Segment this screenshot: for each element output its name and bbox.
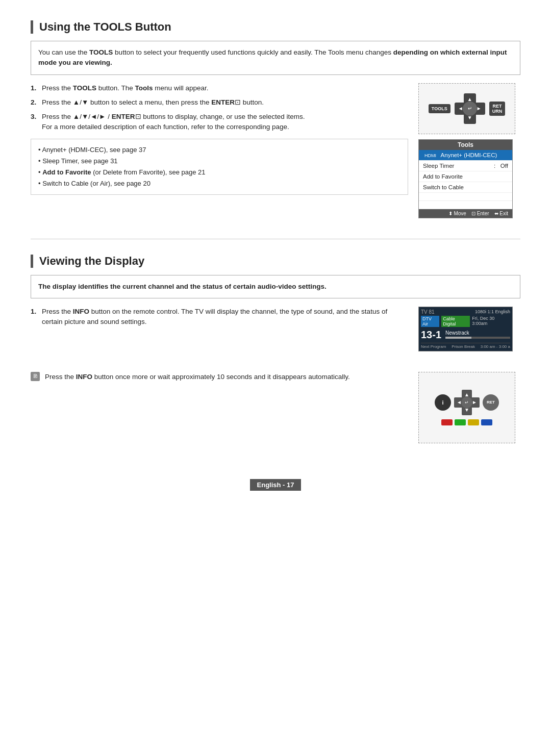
section2-intro-text: The display identifies the current chann… bbox=[38, 283, 327, 290]
tv-next-row: Next Program Prison Break 3:00 am - 3:00… bbox=[421, 343, 510, 349]
tools-menu-item-favorite: Add to Favorite bbox=[419, 171, 512, 182]
note-icon: 🖹 bbox=[31, 372, 40, 381]
bullet-list: Anynet+ (HDMI-CEC), see page 37 Sleep Ti… bbox=[38, 144, 400, 189]
green-btn bbox=[455, 419, 466, 425]
step-1: 1. Press the TOOLS button. The Tools men… bbox=[31, 83, 408, 93]
tv-tag-cable: Cable Digital bbox=[441, 316, 470, 327]
section1-intro-text: You can use the TOOLS button to select y… bbox=[38, 48, 507, 66]
step-3: 3. Press the ▲/▼/◄/► / ENTER⊡ buttons to… bbox=[31, 112, 408, 133]
info-btn: i bbox=[435, 394, 451, 411]
tv-channel-row: 13-1 Newstrack bbox=[421, 329, 510, 341]
section-divider bbox=[31, 239, 520, 239]
bullet-2: Sleep Timer, see page 31 bbox=[38, 156, 400, 167]
tools-btn-icon: TOOLS bbox=[429, 104, 450, 113]
section1-title: Using the TOOLS Button bbox=[31, 20, 520, 34]
tv-resolution: 1080i 1:1 English bbox=[475, 309, 510, 315]
remote-mockup-2: i ▲ ▼ ◄ ► ↵ RET bbox=[418, 372, 515, 443]
tv-display-mockup: TV 81 1080i 1:1 English DTV Air Cable Di… bbox=[418, 307, 513, 351]
page-footer: English - 17 bbox=[31, 474, 520, 491]
tv-info-row: DTV Air Cable Digital Fri, Dec 30 3:00am bbox=[421, 316, 510, 327]
tv-label: TV 81 bbox=[421, 309, 435, 315]
exit-btn: RET bbox=[483, 394, 499, 411]
tv-date: Fri, Dec 30 3:00am bbox=[472, 316, 510, 327]
red-btn bbox=[441, 419, 453, 425]
dpad-center: ↵ bbox=[463, 102, 477, 116]
dpad2-center: ↵ bbox=[461, 397, 472, 408]
section2-content: 1. Press the INFO button on the remote c… bbox=[31, 307, 520, 351]
section1-image-col: TOOLS ▲ ▼ ◄ ► ↵ RETURN Tools HDMI bbox=[418, 83, 520, 218]
dpad-medium: ▲ ▼ ◄ ► ↵ bbox=[454, 390, 480, 415]
tools-menu-item-anynet: HDMI Anynet+ (HDMI-CEC) bbox=[419, 150, 512, 161]
section1-content: 1. Press the TOOLS button. The Tools men… bbox=[31, 83, 520, 218]
section2-title: Viewing the Display bbox=[31, 255, 520, 268]
tv-channel-num: 13-1 bbox=[421, 329, 441, 341]
yellow-btn bbox=[468, 419, 479, 425]
section2-image-col: TV 81 1080i 1:1 English DTV Air Cable Di… bbox=[418, 307, 520, 351]
tools-menu-item-sleep: Sleep Timer : Off bbox=[419, 161, 512, 171]
return-btn-icon: RETURN bbox=[489, 102, 506, 116]
step-2: 2. Press the ▲/▼ button to select a menu… bbox=[31, 97, 408, 108]
section-tools: Using the TOOLS Button You can use the T… bbox=[31, 20, 520, 218]
tv-next-show: Prison Break bbox=[452, 344, 475, 349]
tools-menu-mockup: Tools HDMI Anynet+ (HDMI-CEC) Sleep Time… bbox=[418, 139, 513, 218]
bullet-1: Anynet+ (HDMI-CEC), see page 37 bbox=[38, 144, 400, 156]
bullet-3: Add to Favorite (or Delete from Favorite… bbox=[38, 167, 400, 178]
tools-menu-item-cable: Switch to Cable bbox=[419, 182, 512, 193]
tools-menu-header: Tools bbox=[419, 140, 512, 150]
section2-steps: 1. Press the INFO button on the remote c… bbox=[31, 307, 408, 327]
tv-tag-air: DTV Air bbox=[421, 316, 439, 327]
bullet-4: Switch to Cable (or Air), see page 20 bbox=[38, 178, 400, 189]
note-text-col: 🖹 Press the INFO button once more or wai… bbox=[31, 367, 408, 382]
anynet-tag: HDMI bbox=[423, 153, 438, 159]
note-row: 🖹 Press the INFO button once more or wai… bbox=[31, 372, 408, 382]
tv-progress-fill bbox=[445, 337, 471, 339]
color-btn-row bbox=[441, 419, 492, 425]
step-3-sub: For a more detailed description of each … bbox=[42, 123, 289, 131]
tv-show-title: Newstrack bbox=[445, 330, 510, 336]
tools-button-mockup: TOOLS ▲ ▼ ◄ ► ↵ RETURN bbox=[418, 83, 515, 134]
page-number: English - 17 bbox=[250, 479, 302, 491]
tools-menu-footer: ⬍ Move ⊡ Enter ⬌ Exit bbox=[419, 209, 512, 218]
tools-menu-item-blank1 bbox=[419, 193, 512, 201]
section1-intro-box: You can use the TOOLS button to select y… bbox=[31, 41, 520, 75]
section1-text-col: 1. Press the TOOLS button. The Tools men… bbox=[31, 83, 408, 195]
note-text: Press the INFO button once more or wait … bbox=[45, 372, 350, 382]
section2-note-area: 🖹 Press the INFO button once more or wai… bbox=[31, 367, 520, 443]
blue-btn bbox=[481, 419, 492, 425]
bullets-box: Anynet+ (HDMI-CEC), see page 37 Sleep Ti… bbox=[31, 139, 408, 195]
section-viewing: Viewing the Display The display identifi… bbox=[31, 255, 520, 443]
tools-menu-item-blank2 bbox=[419, 201, 512, 209]
tv-next-time: 3:00 am - 3:00 a bbox=[481, 344, 510, 349]
tv-progress-bar bbox=[445, 337, 510, 339]
dpad-small: ▲ ▼ ◄ ► ↵ bbox=[455, 93, 485, 124]
section1-steps: 1. Press the TOOLS button. The Tools men… bbox=[31, 83, 408, 133]
viewing-step-1: 1. Press the INFO button on the remote c… bbox=[31, 307, 408, 327]
section2-text-col: 1. Press the INFO button on the remote c… bbox=[31, 307, 408, 334]
section2-intro-box: The display identifies the current chann… bbox=[31, 275, 520, 298]
tv-next-label: Next Program bbox=[421, 344, 446, 349]
note-image-col: i ▲ ▼ ◄ ► ↵ RET bbox=[418, 367, 520, 443]
info-btn-row: i ▲ ▼ ◄ ► ↵ RET bbox=[435, 390, 499, 415]
